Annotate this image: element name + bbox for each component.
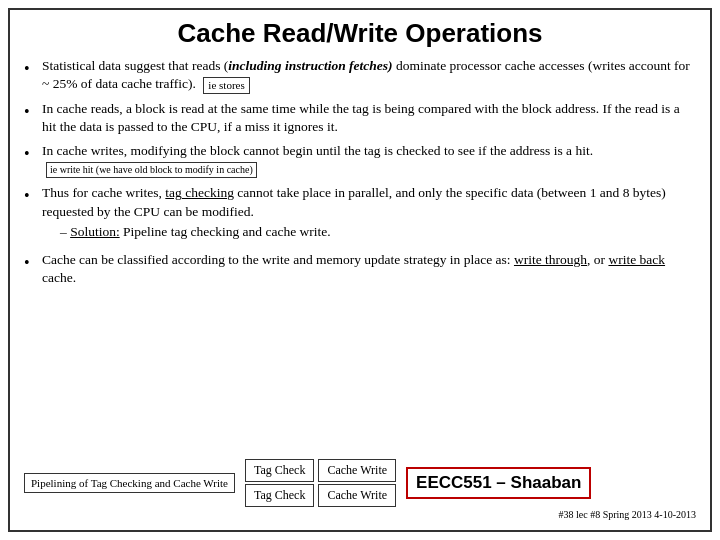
pipeline-row-2: Tag Check Cache Write (245, 484, 396, 507)
bullet-marker-5: • (24, 251, 42, 274)
bullet-item-4: • Thus for cache writes, tag checking ca… (24, 184, 696, 245)
cache-write-cell-2: Cache Write (318, 484, 396, 507)
pipeline-section: Pipelining of Tag Checking and Cache Wri… (24, 459, 696, 507)
bullet-item-5: • Cache can be classified according to t… (24, 251, 696, 287)
cache-write-cell-1: Cache Write (318, 459, 396, 482)
bullet-marker-4: • (24, 184, 42, 207)
pipeline-row-1: Tag Check Cache Write (245, 459, 396, 482)
bullet-marker-2: • (24, 100, 42, 123)
pipeline-diagram: Tag Check Cache Write Tag Check Cache Wr… (245, 459, 396, 507)
bullet-text-1: Statistical data suggest that reads (inc… (42, 57, 696, 94)
bullet-list: • Statistical data suggest that reads (i… (24, 57, 696, 453)
bullet-text-2: In cache reads, a block is read at the s… (42, 100, 696, 136)
tag-check-cell-2: Tag Check (245, 484, 314, 507)
pipeline-left-label: Pipelining of Tag Checking and Cache Wri… (24, 473, 235, 493)
solution-text: – Solution: Pipeline tag checking and ca… (60, 223, 696, 241)
bullet-text-5: Cache can be classified according to the… (42, 251, 696, 287)
tag-check-cell-1: Tag Check (245, 459, 314, 482)
bullet-item-3: • In cache writes, modifying the block c… (24, 142, 696, 178)
slide-number: #38 lec #8 Spring 2013 4-10-2013 (24, 509, 696, 520)
write-through-text: write through (514, 252, 587, 267)
italic-text-1: including instruction fetches) (228, 58, 392, 73)
bullet-marker-3: • (24, 142, 42, 165)
bullet-marker-1: • (24, 57, 42, 80)
ie-write-hit-box: ie write hit (we have old block to modif… (46, 162, 257, 178)
write-back-text: write back (608, 252, 665, 267)
eecc-label: EECC551 – Shaaban (406, 467, 591, 499)
bullet-item-1: • Statistical data suggest that reads (i… (24, 57, 696, 94)
bullet-text-4: Thus for cache writes, tag checking cann… (42, 184, 696, 245)
ie-stores-box: ie stores (203, 77, 249, 94)
bullet-item-2: • In cache reads, a block is read at the… (24, 100, 696, 136)
bullet-text-3: In cache writes, modifying the block can… (42, 142, 696, 178)
solution-label: Solution: (70, 224, 120, 239)
slide-title: Cache Read/Write Operations (24, 18, 696, 49)
tag-checking-text: tag checking (165, 185, 234, 200)
slide-container: Cache Read/Write Operations • Statistica… (8, 8, 712, 532)
